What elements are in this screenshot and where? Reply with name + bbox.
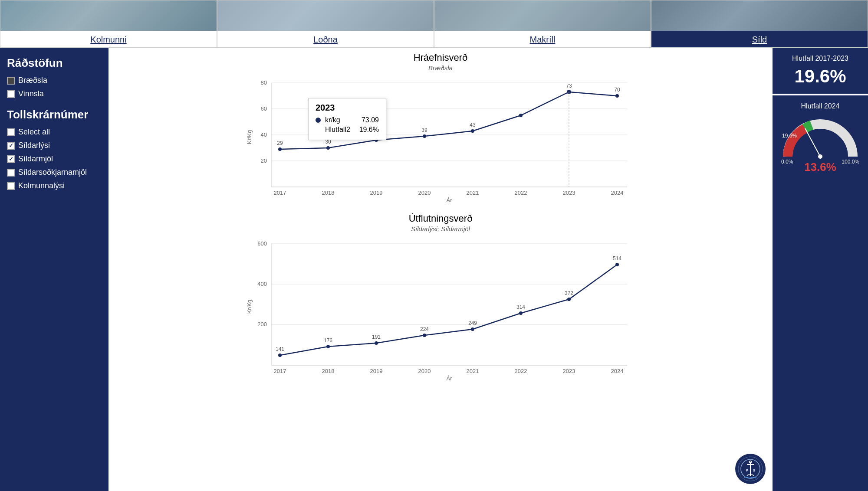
svg-text:191: 191 bbox=[372, 334, 381, 340]
checkbox-sildarlýsi-box bbox=[7, 142, 15, 150]
svg-text:600: 600 bbox=[257, 240, 267, 247]
chart1-subtitle: Bræðsla bbox=[117, 64, 764, 72]
svg-text:2019: 2019 bbox=[370, 190, 383, 196]
svg-text:Kr/Kg: Kr/Kg bbox=[246, 130, 253, 144]
svg-text:2021: 2021 bbox=[467, 368, 479, 374]
svg-text:F: F bbox=[746, 469, 748, 472]
hlutfall-2017-2023-panel: Hlutfall 2017-2023 19.6% bbox=[773, 48, 868, 94]
svg-point-63 bbox=[615, 263, 619, 266]
nav-makrill-label: Makríll bbox=[434, 33, 651, 47]
nav-lodna[interactable]: Loðna bbox=[217, 0, 434, 48]
svg-text:400: 400 bbox=[257, 281, 267, 287]
svg-text:2022: 2022 bbox=[515, 190, 527, 196]
chart1-title: Hráefnisverð bbox=[117, 52, 764, 63]
svg-text:2024: 2024 bbox=[611, 368, 624, 374]
tooltip-hlutfall-label: Hlutfall2 bbox=[325, 126, 350, 134]
svg-text:2018: 2018 bbox=[322, 368, 335, 374]
checkbox-sildarmjol-box bbox=[7, 155, 15, 163]
checkbox-kolmunnalýsi-box bbox=[7, 182, 15, 190]
svg-text:249: 249 bbox=[468, 320, 477, 326]
hlutfall-2024-title: Hlutfall 2024 bbox=[779, 102, 861, 110]
fish-image-makrill bbox=[434, 0, 651, 31]
svg-point-21 bbox=[278, 147, 282, 151]
svg-text:2017: 2017 bbox=[274, 368, 286, 374]
svg-text:73: 73 bbox=[566, 83, 572, 89]
svg-point-60 bbox=[471, 327, 474, 331]
hlutfall-2017-2023-value: 19.6% bbox=[779, 66, 861, 87]
checkbox-sildarmjol-label: Síldarmjöl bbox=[18, 154, 53, 164]
svg-text:2017: 2017 bbox=[274, 190, 286, 196]
svg-text:2022: 2022 bbox=[515, 368, 527, 374]
tooltip-hlutfall-value: 19.6% bbox=[359, 126, 379, 134]
svg-point-80 bbox=[818, 154, 822, 159]
svg-text:43: 43 bbox=[470, 122, 476, 128]
right-panel: Hlutfall 2017-2023 19.6% Hlutfall 2024 bbox=[773, 48, 868, 491]
tollskrarnumer-title: Tollskrárnúmer bbox=[7, 108, 102, 121]
fish-image-kolmunni bbox=[0, 0, 217, 31]
svg-point-25 bbox=[471, 129, 474, 133]
radstoefun-title: Ráðstöfun bbox=[7, 56, 102, 70]
content-area: Hráefnisverð Bræðsla 80 60 bbox=[108, 48, 773, 491]
svg-point-58 bbox=[375, 341, 378, 345]
gauge-svg bbox=[781, 115, 859, 163]
checkbox-sildarmjol[interactable]: Síldarmjöl bbox=[7, 154, 102, 164]
svg-text:80: 80 bbox=[261, 79, 267, 86]
nav-kolmunni[interactable]: Kolmunni bbox=[0, 0, 217, 48]
chart1-tooltip: 2023 kr/kg 73.09 Hlutfall2 19.6% bbox=[308, 98, 386, 140]
svg-text:40: 40 bbox=[261, 131, 267, 138]
checkbox-vinnsla-label: Vinnsla bbox=[18, 89, 44, 98]
svg-point-57 bbox=[326, 345, 330, 348]
top-navigation: Kolmunni Loðna Makríll Síld bbox=[0, 0, 868, 48]
chart2-subtitle: Síldarlýsi; Síldarmjöl bbox=[117, 225, 764, 232]
svg-text:Ár: Ár bbox=[447, 197, 453, 203]
checkbox-sildarsodkjarnamjol[interactable]: Síldarsoðkjarnamjöl bbox=[7, 168, 102, 177]
svg-text:2024: 2024 bbox=[611, 190, 624, 196]
gauge-right-pct: 100.0% bbox=[842, 159, 859, 165]
checkbox-vinnsla[interactable]: Vinnsla bbox=[7, 89, 102, 98]
svg-text:200: 200 bbox=[257, 321, 267, 327]
svg-point-24 bbox=[423, 134, 426, 138]
svg-text:70: 70 bbox=[614, 87, 620, 93]
checkbox-select-all-box bbox=[7, 128, 15, 136]
svg-text:S: S bbox=[753, 469, 755, 472]
fish-image-lodna bbox=[217, 0, 434, 31]
fish-image-sild bbox=[651, 0, 868, 31]
svg-point-26 bbox=[519, 114, 523, 117]
svg-text:2023: 2023 bbox=[563, 190, 575, 196]
svg-text:60: 60 bbox=[261, 105, 267, 112]
checkbox-kolmunnalýsi[interactable]: Kolmunnalýsi bbox=[7, 181, 102, 190]
nav-sild[interactable]: Síld bbox=[651, 0, 868, 48]
svg-point-22 bbox=[326, 146, 330, 150]
svg-point-61 bbox=[519, 311, 523, 315]
tooltip-hlutfall-row: Hlutfall2 19.6% bbox=[316, 126, 379, 134]
chart2-wrap: 600 400 200 Kr/Kg 2017 2018 2019 2020 20… bbox=[117, 235, 764, 383]
svg-line-79 bbox=[805, 128, 820, 157]
svg-text:39: 39 bbox=[421, 127, 427, 133]
svg-point-56 bbox=[278, 354, 282, 357]
svg-text:2020: 2020 bbox=[418, 368, 431, 374]
svg-point-59 bbox=[423, 334, 426, 337]
svg-text:224: 224 bbox=[420, 326, 429, 332]
svg-text:2018: 2018 bbox=[322, 190, 335, 196]
svg-text:314: 314 bbox=[516, 304, 525, 310]
chart1-svg: 80 60 40 20 Kr/Kg 2017 2018 2019 2020 20… bbox=[117, 74, 764, 204]
gauge-left-inner: 19.6% bbox=[782, 133, 797, 139]
svg-point-28 bbox=[615, 94, 619, 98]
checkbox-kolmunnalýsi-label: Kolmunnalýsi bbox=[18, 181, 65, 190]
checkbox-braedssla-box bbox=[7, 77, 15, 85]
checkbox-sildarlýsi[interactable]: Síldarlýsi bbox=[7, 141, 102, 150]
svg-text:29: 29 bbox=[277, 140, 283, 146]
nav-makrill[interactable]: Makríll bbox=[434, 0, 651, 48]
checkbox-select-all[interactable]: Select all bbox=[7, 128, 102, 137]
svg-text:20: 20 bbox=[261, 157, 267, 164]
checkbox-sildarlýsi-label: Síldarlýsi bbox=[18, 141, 50, 150]
checkbox-sildarsodkjarnamjol-box bbox=[7, 169, 15, 177]
checkbox-vinnsla-box bbox=[7, 90, 15, 98]
svg-text:2020: 2020 bbox=[418, 190, 431, 196]
checkbox-sildarsodkjarnamjol-label: Síldarsoðkjarnamjöl bbox=[18, 168, 87, 177]
svg-text:176: 176 bbox=[324, 337, 332, 344]
checkbox-braedssla[interactable]: Bræðsla bbox=[7, 76, 102, 85]
chart1-wrap: 80 60 40 20 Kr/Kg 2017 2018 2019 2020 20… bbox=[117, 74, 764, 204]
chart2-title: Útflutningsverð bbox=[117, 213, 764, 224]
tooltip-krkg-label: kr/kg bbox=[325, 116, 340, 124]
